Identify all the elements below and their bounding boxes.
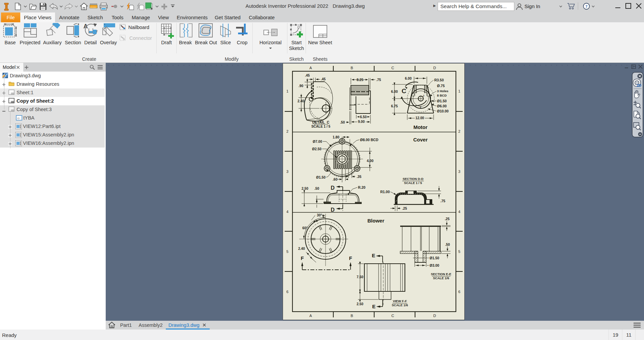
svg-text:2.50: 2.50 [302, 187, 308, 190]
svg-text:1: 1 [458, 89, 460, 93]
svg-text:5: 5 [458, 250, 460, 254]
svg-text:A: A [309, 314, 312, 318]
svg-text:E: E [372, 304, 376, 309]
svg-text:D: D [433, 66, 436, 70]
svg-text:F: F [301, 255, 304, 261]
svg-text:4.00: 4.00 [367, 159, 373, 163]
svg-text:SCALE 1 / 5: SCALE 1 / 5 [404, 181, 422, 185]
svg-text:Motor: Motor [413, 124, 428, 130]
svg-text:Cover: Cover [413, 137, 428, 142]
svg-text:2.40: 2.40 [298, 247, 305, 251]
svg-text:3: 3 [458, 169, 460, 174]
svg-text:2: 2 [458, 129, 460, 133]
svg-text:.60: .60 [333, 178, 337, 181]
svg-text:3: 3 [286, 169, 288, 174]
svg-text:.25: .25 [445, 217, 449, 221]
svg-text:Ø8.00 BCD: Ø8.00 BCD [360, 138, 379, 142]
svg-text:4: 4 [458, 210, 460, 214]
svg-text:SCALE 1 / 5: SCALE 1 / 5 [311, 125, 331, 128]
svg-text:R1.00: R1.00 [380, 190, 390, 194]
svg-text:3: 3 [420, 106, 421, 109]
svg-text:6.50: 6.50 [360, 115, 367, 119]
svg-text:6.00: 6.00 [405, 77, 412, 80]
svg-text:.45: .45 [321, 77, 326, 81]
svg-text:B: B [351, 66, 353, 70]
svg-text:SCALE 1/6: SCALE 1/6 [392, 303, 408, 307]
svg-text:5: 5 [286, 250, 288, 254]
svg-text:F: F [349, 255, 352, 261]
svg-text:VIEW F-F: VIEW F-F [393, 299, 407, 303]
svg-text:1: 1 [286, 89, 288, 93]
svg-text:Ø2.50: Ø2.50 [312, 147, 321, 151]
svg-text:Ø6.00: Ø6.00 [437, 104, 447, 108]
svg-text:Ø1.50: Ø1.50 [430, 256, 439, 260]
svg-text:.25: .25 [402, 207, 407, 210]
svg-text:J: J [423, 94, 424, 97]
svg-text:12.00: 12.00 [415, 116, 424, 120]
svg-text:6.00: 6.00 [391, 90, 398, 94]
svg-text:6: 6 [286, 290, 288, 294]
svg-text:Ø1.50: Ø1.50 [437, 99, 447, 103]
svg-text:SCALE 1/6: SCALE 1/6 [433, 276, 449, 280]
svg-text:2: 2 [286, 129, 288, 133]
svg-text:2.40: 2.40 [298, 99, 304, 103]
svg-text:D: D [433, 314, 436, 318]
svg-text:.50: .50 [445, 243, 450, 246]
svg-text:A: A [309, 66, 312, 70]
svg-text:SECTION E-E: SECTION E-E [431, 272, 452, 276]
svg-text:D: D [331, 207, 335, 213]
svg-text:.50: .50 [340, 121, 345, 124]
svg-text:Ø.75: Ø.75 [437, 84, 445, 88]
svg-text:Ø10.00: Ø10.00 [437, 109, 449, 113]
svg-text:.75: .75 [376, 78, 381, 82]
svg-text:4: 4 [286, 210, 288, 214]
svg-text:6.75: 6.75 [391, 104, 398, 108]
svg-text:Ø1.50: Ø1.50 [316, 176, 326, 179]
svg-text:8.25: 8.25 [357, 78, 363, 82]
svg-text:C: C [402, 87, 406, 95]
svg-text:R3.50: R3.50 [434, 78, 444, 82]
svg-text:C: C [391, 66, 394, 70]
svg-text:7.50: 7.50 [357, 275, 363, 279]
svg-text:DETAIL C: DETAIL C [312, 120, 330, 124]
svg-text:30°: 30° [317, 213, 322, 217]
svg-text:.50: .50 [314, 187, 319, 190]
svg-text:Blower: Blower [367, 218, 384, 224]
svg-text:3 Holes: 3 Holes [437, 89, 448, 93]
svg-text:Ø7.00: Ø7.00 [313, 140, 322, 143]
svg-text:.90: .90 [299, 84, 303, 88]
svg-text:8 BCD: 8 BCD [437, 94, 447, 97]
svg-text:.35: .35 [357, 175, 361, 179]
svg-text:2.50: 2.50 [357, 302, 363, 306]
svg-text:1.80: 1.80 [333, 135, 339, 139]
svg-text:9.00: 9.00 [358, 120, 365, 124]
svg-text:E: E [372, 253, 375, 258]
svg-text:B: B [351, 314, 353, 318]
svg-text:C: C [391, 314, 394, 318]
svg-text:R.20: R.20 [358, 185, 365, 189]
svg-text:SECTION D-D: SECTION D-D [403, 177, 423, 181]
svg-text:?: ? [585, 4, 588, 9]
svg-text:.75: .75 [440, 199, 445, 203]
svg-text:D: D [331, 185, 335, 191]
svg-text:60°: 60° [302, 226, 307, 230]
svg-text:Ø3.00: Ø3.00 [430, 263, 439, 267]
svg-text:6: 6 [458, 290, 460, 294]
svg-text:.45: .45 [305, 74, 310, 77]
svg-text:2D: 2D [637, 83, 641, 87]
